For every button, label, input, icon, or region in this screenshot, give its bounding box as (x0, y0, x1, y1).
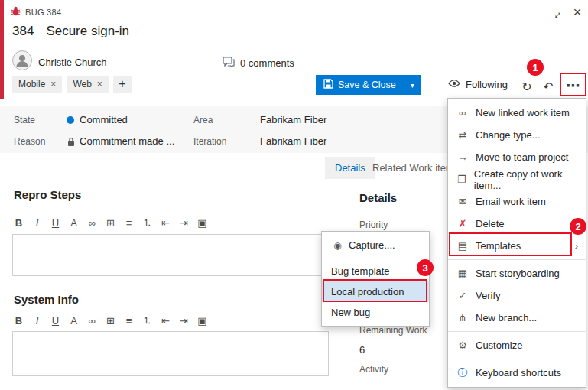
eye-icon (448, 79, 460, 90)
customize-icon: ⚙ (456, 340, 469, 351)
following-label: Following (466, 79, 508, 90)
outdent-icon[interactable]: ⇤ (159, 217, 172, 229)
lock-icon (67, 136, 75, 150)
image-icon[interactable]: ▣ (196, 315, 209, 327)
menu-item-new-branch[interactable]: ⋔ New branch... (448, 307, 586, 329)
menu-item-label: Email work item (476, 196, 546, 207)
numbered-list-icon[interactable]: ⒈ (141, 314, 154, 327)
activity-label: Activity (359, 364, 388, 375)
indent-icon[interactable]: ⇥ (177, 217, 190, 229)
submenu-item-new-bug[interactable]: New bug (322, 302, 429, 323)
tag-pill[interactable]: Mobile × (12, 76, 62, 93)
menu-item-email-work-item[interactable]: ✉ Email work item (448, 190, 586, 213)
work-item-type-label: BUG 384 (25, 8, 61, 17)
tag-remove-icon[interactable]: × (97, 79, 102, 89)
attachment-icon[interactable]: ⊞ (104, 315, 117, 327)
work-item-id: 384 (12, 24, 34, 38)
tag-pill[interactable]: Web × (67, 76, 108, 93)
save-options-dropdown[interactable]: ▾ (404, 75, 421, 95)
comments-count: 0 comments (240, 57, 294, 69)
menu-separator (322, 258, 429, 258)
system-info-heading: System Info (14, 293, 79, 306)
storyboard-icon: ▦ (456, 268, 469, 279)
close-button[interactable]: × (569, 4, 586, 21)
bullet-list-icon[interactable]: ≡ (122, 315, 135, 327)
menu-item-change-type[interactable]: ⇄ Change type... (448, 124, 586, 146)
repro-steps-toolbar: B I U A ∞ ⊞ ≡ ⒈ ⇤ ⇥ ▣ (12, 216, 209, 229)
area-label: Area (193, 115, 213, 125)
bold-icon[interactable]: B (12, 315, 25, 327)
tag-label: Web (73, 79, 91, 89)
link-icon[interactable]: ∞ (86, 315, 99, 327)
save-and-close-button[interactable]: Save & Close (316, 75, 404, 95)
menu-separator (448, 331, 586, 332)
menu-item-start-storyboarding[interactable]: ▦ Start storyboarding (448, 262, 586, 284)
menu-item-label: Customize (476, 340, 522, 351)
attachment-icon[interactable]: ⊞ (104, 217, 117, 229)
outdent-icon[interactable]: ⇤ (159, 315, 172, 327)
text-color-icon[interactable]: A (67, 315, 80, 327)
menu-item-delete[interactable]: ✗ Delete (448, 213, 586, 235)
menu-item-label: Move to team project (476, 151, 568, 163)
work-item-title-text[interactable]: Secure sign-in (46, 24, 129, 38)
more-actions-menu: ∞ New linked work item ⇄ Change type... … (447, 98, 586, 388)
indent-icon[interactable]: ⇥ (177, 315, 190, 327)
system-info-editor[interactable] (12, 331, 329, 376)
bug-icon (11, 6, 21, 18)
image-icon[interactable]: ▣ (196, 217, 209, 229)
refresh-icon: ↻ (521, 80, 531, 94)
repro-steps-editor[interactable] (12, 234, 329, 276)
comment-icon (223, 57, 235, 70)
submenu-item-capture[interactable]: ◉ Capture.... (322, 235, 429, 255)
expand-button[interactable]: ↔ (547, 5, 564, 21)
menu-item-move-to-team-project[interactable]: → Move to team project (448, 146, 586, 168)
save-and-close-split-button: Save & Close ▾ (316, 75, 421, 95)
iteration-value[interactable]: Fabrikam Fiber (260, 135, 326, 147)
undo-button[interactable]: ↶ (538, 76, 558, 96)
menu-item-new-linked-work-item[interactable]: ∞ New linked work item (448, 102, 586, 124)
priority-label: Priority (359, 219, 388, 230)
italic-icon[interactable]: I (31, 315, 44, 327)
info-icon: ⓘ (456, 366, 469, 380)
menu-item-label: Templates (476, 240, 521, 252)
refresh-button[interactable]: ↻ (517, 76, 537, 96)
underline-icon[interactable]: U (49, 315, 62, 327)
templates-icon: ▤ (456, 240, 469, 252)
menu-item-keyboard-shortcuts[interactable]: ⓘ Keyboard shortcuts (448, 362, 586, 384)
tab-related-work-items[interactable]: Related Work items (372, 162, 459, 174)
tag-remove-icon[interactable]: × (50, 79, 56, 89)
menu-item-customize[interactable]: ⚙ Customize (448, 334, 586, 356)
italic-icon[interactable]: I (31, 217, 44, 229)
bullet-list-icon[interactable]: ≡ (122, 217, 135, 229)
text-color-icon[interactable]: A (67, 217, 80, 229)
work-item-type-color-bar (0, 0, 4, 99)
numbered-list-icon[interactable]: ⒈ (141, 216, 154, 229)
menu-item-create-copy[interactable]: ❐ Create copy of work item... (448, 168, 586, 190)
underline-icon[interactable]: U (49, 217, 62, 229)
state-value[interactable]: Committed (80, 114, 128, 125)
submenu-item-label: Capture.... (349, 239, 395, 251)
area-value[interactable]: Fabrikam Fiber (260, 114, 326, 125)
expand-icon: ↔ (547, 5, 565, 22)
reason-value: Commitment made ... (80, 135, 174, 147)
save-and-close-label: Save & Close (338, 80, 396, 90)
email-icon: ✉ (456, 196, 469, 207)
delete-icon: ✗ (456, 218, 469, 229)
tab-details[interactable]: Details (325, 157, 375, 179)
add-tag-button[interactable]: + (113, 76, 132, 93)
state-color-dot (67, 116, 74, 124)
comments-link[interactable]: 0 comments (223, 57, 294, 70)
submenu-item-local-production[interactable]: Local production (322, 281, 429, 302)
details-panel-heading: Details (359, 191, 397, 204)
menu-item-verify[interactable]: ✓ Verify (448, 284, 586, 307)
avatar[interactable] (12, 50, 32, 73)
more-actions-button[interactable]: ⋯ (563, 76, 583, 96)
remaining-work-value[interactable]: 6 (359, 344, 365, 356)
following-toggle[interactable]: Following (448, 79, 508, 90)
assignee-field[interactable]: Christie Church (38, 57, 107, 68)
bold-icon[interactable]: B (12, 217, 25, 229)
close-icon: × (573, 4, 581, 21)
submenu-item-bug-template[interactable]: Bug template (322, 261, 429, 281)
menu-item-templates[interactable]: ▤ Templates › (448, 235, 586, 257)
link-icon[interactable]: ∞ (86, 217, 99, 229)
